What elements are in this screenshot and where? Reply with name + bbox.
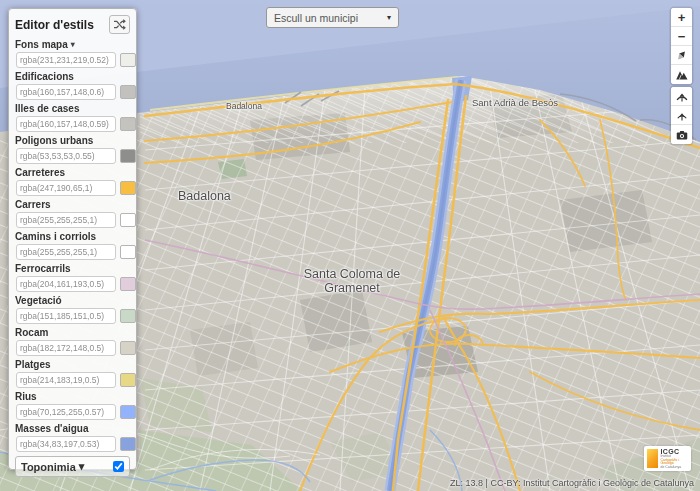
layer-section: Carrers xyxy=(15,198,130,228)
logo-line3: de Catalunya xyxy=(660,466,688,470)
layer-section: Illes de cases xyxy=(15,102,130,132)
view-controls xyxy=(671,87,692,144)
layer-label: Poligons urbans xyxy=(15,134,93,147)
screenshot-button[interactable] xyxy=(671,125,692,144)
rgba-value-input[interactable] xyxy=(16,308,116,324)
panel-header: Editor d'estils xyxy=(15,15,130,34)
color-swatch[interactable] xyxy=(120,405,136,419)
layer-section: Platges xyxy=(15,358,130,388)
icgc-logo[interactable]: ICGC Institut Cartogràfic i Geològic de … xyxy=(644,446,691,471)
layer-label: Vegetació xyxy=(15,294,62,307)
color-swatch[interactable] xyxy=(120,437,136,451)
color-swatch[interactable] xyxy=(120,213,136,227)
color-swatch[interactable] xyxy=(120,341,136,355)
zoom-in-button[interactable]: + xyxy=(671,8,692,27)
terrain-button[interactable] xyxy=(671,65,692,84)
rgba-value-input[interactable] xyxy=(16,212,116,228)
layer-label: Platges xyxy=(15,358,51,371)
layer-list: Fons mapa ▾ Edificacions xyxy=(15,38,130,452)
rgba-value-input[interactable] xyxy=(16,244,116,260)
layer-label: Ferrocarrils xyxy=(15,262,71,275)
mountain-icon xyxy=(674,68,689,82)
rgba-value-input[interactable] xyxy=(16,276,116,292)
street-view-button[interactable] xyxy=(671,87,692,106)
toponymy-checkbox[interactable] xyxy=(113,461,124,472)
municipality-dropdown[interactable]: Escull un municipi ▾ xyxy=(266,7,399,28)
rgba-value-input[interactable] xyxy=(16,372,116,388)
color-swatch[interactable] xyxy=(120,309,136,323)
color-swatch[interactable] xyxy=(120,245,136,259)
place-label-badalona-coast: Badalona xyxy=(226,101,262,111)
color-swatch[interactable] xyxy=(120,277,136,291)
santa-coloma-line2: Gramenet xyxy=(324,281,380,295)
color-swatch[interactable] xyxy=(120,117,136,131)
compass-button[interactable] xyxy=(671,46,692,65)
toponymy-toggle[interactable]: Toponimia ▾ xyxy=(15,456,130,477)
chevron-down-icon: ▾ xyxy=(387,13,391,22)
camera-icon xyxy=(675,129,689,141)
toponymy-label: Toponimia xyxy=(21,461,76,473)
rgba-value-input[interactable] xyxy=(16,436,116,452)
layer-section: Poligons urbans xyxy=(15,134,130,164)
layer-section: Vegetació xyxy=(15,294,130,324)
layer-section: Rius xyxy=(15,390,130,420)
chevron-down-icon: ▾ xyxy=(71,38,75,51)
santa-coloma-line1: Santa Coloma de xyxy=(304,267,401,281)
color-swatch[interactable] xyxy=(120,53,136,67)
layer-label: Camins i corriols xyxy=(15,230,96,243)
icgc-logo-mark xyxy=(647,449,658,468)
municipality-dropdown-label: Escull un municipi xyxy=(274,12,358,24)
layer-section: Carreteres xyxy=(15,166,130,196)
map-attribution: ZL: 13.8 | CC-BY: Institut Cartogràfic i… xyxy=(450,478,694,488)
layer-label: Illes de cases xyxy=(15,102,80,115)
color-swatch[interactable] xyxy=(120,149,136,163)
navigation-controls: + − xyxy=(671,8,692,84)
color-swatch[interactable] xyxy=(120,85,136,99)
rgba-value-input[interactable] xyxy=(16,340,116,356)
layer-label: Fons mapa xyxy=(15,38,68,51)
rgba-value-input[interactable] xyxy=(16,180,116,196)
color-swatch[interactable] xyxy=(120,373,136,387)
dome-arrow-icon xyxy=(675,90,689,103)
layer-label: Masses d'aigua xyxy=(15,422,89,435)
panel-title: Editor d'estils xyxy=(15,18,94,32)
layer-label: Carrers xyxy=(15,198,51,211)
place-label-santa-coloma: Santa Coloma de Gramenet xyxy=(287,267,417,295)
panorama-button[interactable] xyxy=(671,106,692,125)
style-editor-panel: Editor d'estils Fons mapa ▾ xyxy=(8,8,137,470)
layer-label: Rius xyxy=(15,390,37,403)
rgba-value-input[interactable] xyxy=(16,52,116,68)
arc-arrow-icon xyxy=(675,109,689,122)
rgba-value-input[interactable] xyxy=(16,404,116,420)
color-swatch[interactable] xyxy=(120,181,136,195)
shuffle-styles-button[interactable] xyxy=(109,15,130,34)
layer-section: Edificacions xyxy=(15,70,130,100)
map-application: Badalona Sant Adrià de Besòs Badalona Sa… xyxy=(0,0,700,491)
rgba-value-input[interactable] xyxy=(16,84,116,100)
zoom-out-button[interactable]: − xyxy=(671,27,692,46)
compass-icon xyxy=(674,48,689,63)
layer-label: Carreteres xyxy=(15,166,65,179)
chevron-down-icon: ▾ xyxy=(79,460,85,473)
place-label-badalona: Badalona xyxy=(178,189,231,203)
layer-section: Rocam xyxy=(15,326,130,356)
layer-section: Ferrocarrils xyxy=(15,262,130,292)
layer-label: Rocam xyxy=(15,326,48,339)
shuffle-icon xyxy=(113,19,126,30)
layer-section: Camins i corriols xyxy=(15,230,130,260)
layer-label: Edificacions xyxy=(15,70,74,83)
layer-section: Masses d'aigua xyxy=(15,422,130,452)
layer-section: Fons mapa ▾ xyxy=(15,38,130,68)
rgba-value-input[interactable] xyxy=(16,148,116,164)
rgba-value-input[interactable] xyxy=(16,116,116,132)
place-label-sant-adria: Sant Adrià de Besòs xyxy=(472,97,558,108)
